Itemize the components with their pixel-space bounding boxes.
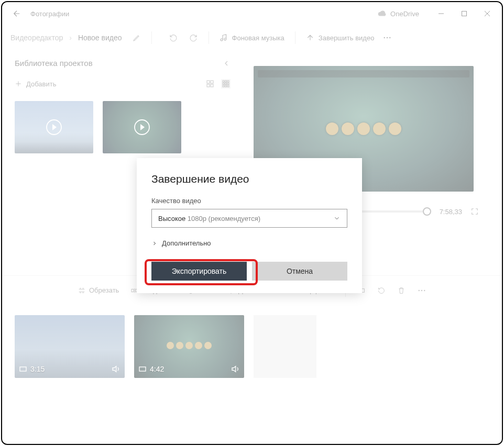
svg-point-23	[419, 289, 420, 291]
svg-point-1	[384, 37, 385, 38]
project-name[interactable]: Новое видео	[78, 34, 122, 42]
svg-rect-5	[211, 81, 213, 83]
add-media-button[interactable]: Добавить	[15, 80, 56, 88]
export-icon	[306, 34, 314, 42]
edit-icon[interactable]	[133, 34, 141, 42]
delete-button[interactable]	[397, 286, 406, 295]
minimize-button[interactable]	[430, 5, 453, 22]
svg-rect-16	[227, 85, 229, 87]
library-collapse-button[interactable]	[222, 59, 231, 68]
svg-rect-14	[223, 85, 224, 87]
svg-rect-13	[227, 83, 229, 85]
svg-rect-0	[462, 12, 467, 16]
fullscreen-button[interactable]	[470, 207, 479, 216]
empty-clip-slot[interactable]	[254, 315, 316, 378]
finish-video-dialog: Завершение видео Качество видео Высокое …	[137, 158, 362, 293]
timeline-more-button[interactable]	[417, 286, 426, 295]
quality-value-detail: 1080p (рекомендуется)	[188, 215, 260, 222]
svg-rect-26	[20, 367, 26, 371]
quality-label: Качество видео	[151, 197, 347, 205]
maximize-button[interactable]	[453, 5, 476, 22]
breadcrumb-root[interactable]: Видеоредактор	[10, 34, 63, 42]
library-thumbnail[interactable]	[103, 101, 181, 153]
play-icon	[134, 119, 150, 136]
timeline-clip[interactable]: 4:42	[134, 315, 244, 378]
clip-icon	[19, 365, 27, 373]
time-display: 7:58,33	[440, 208, 462, 216]
chevron-right-icon: ›	[69, 34, 72, 42]
redo-button[interactable]	[189, 33, 198, 42]
clip-duration: 4:42	[150, 365, 164, 373]
volume-icon	[231, 364, 240, 374]
export-button[interactable]: Экспортировать	[151, 262, 247, 281]
trim-icon	[78, 286, 86, 295]
play-icon	[46, 119, 62, 136]
svg-rect-7	[211, 84, 213, 87]
svg-point-24	[421, 289, 422, 291]
close-button[interactable]	[476, 5, 499, 22]
view-large-button[interactable]	[205, 79, 215, 88]
more-button[interactable]	[382, 33, 392, 42]
svg-rect-12	[225, 83, 227, 85]
background-music-button[interactable]: Фоновая музыка	[220, 34, 284, 42]
dialog-title: Завершение видео	[151, 173, 347, 185]
quality-value-main: Высокое	[158, 215, 185, 222]
view-small-button[interactable]	[221, 79, 231, 88]
undo-button[interactable]	[169, 33, 178, 42]
volume-icon	[111, 364, 120, 374]
svg-rect-4	[207, 81, 210, 83]
timeline-clip[interactable]: 3:15	[15, 315, 125, 378]
plus-icon	[15, 80, 22, 87]
svg-rect-10	[227, 81, 229, 82]
svg-rect-8	[223, 81, 224, 82]
library-title: Библиотека проектов	[15, 59, 93, 68]
svg-point-2	[387, 37, 388, 38]
svg-rect-11	[223, 83, 224, 85]
trim-button[interactable]: Обрезать	[78, 286, 119, 295]
svg-rect-6	[207, 84, 210, 87]
svg-rect-15	[225, 85, 227, 87]
quality-select[interactable]: Высокое 1080p (рекомендуется)	[151, 209, 347, 228]
chevron-down-icon	[333, 215, 341, 222]
app-title: Фотографии	[30, 10, 69, 18]
finish-video-button[interactable]: Завершить видео	[306, 34, 375, 42]
cloud-icon	[378, 9, 387, 18]
svg-point-3	[389, 37, 390, 38]
chevron-right-icon	[151, 240, 158, 247]
music-label: Фоновая музыка	[232, 34, 284, 42]
library-thumbnail[interactable]	[15, 101, 93, 153]
onedrive-button[interactable]: OneDrive	[378, 9, 419, 18]
clip-duration: 3:15	[30, 365, 45, 373]
rotate-button[interactable]	[377, 286, 386, 295]
music-icon	[220, 34, 228, 42]
svg-rect-27	[139, 367, 146, 371]
svg-rect-9	[225, 81, 227, 82]
add-label: Добавить	[26, 80, 56, 88]
advanced-toggle[interactable]: Дополнительно	[151, 239, 347, 247]
clip-icon	[138, 365, 147, 373]
svg-rect-19	[132, 289, 134, 292]
svg-point-25	[424, 289, 425, 291]
cancel-button[interactable]: Отмена	[252, 262, 347, 281]
onedrive-label: OneDrive	[390, 10, 419, 18]
back-button[interactable]	[5, 2, 28, 25]
finish-label: Завершить видео	[319, 34, 375, 42]
